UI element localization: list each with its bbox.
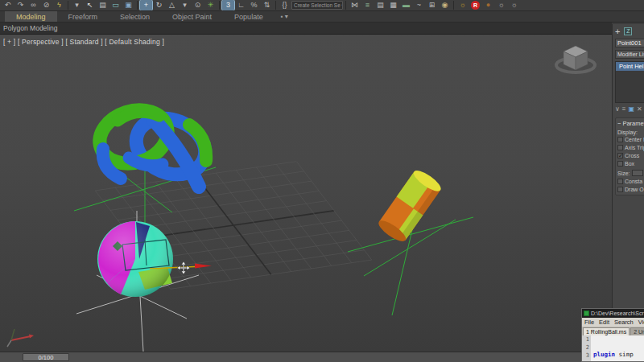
ribbon-tab-selection[interactable]: Selection <box>109 11 161 22</box>
create-tab-icon[interactable]: + <box>615 27 620 36</box>
ribbon-tab-modeling[interactable]: Modeling <box>5 11 57 22</box>
checkbox-label: Center M <box>625 137 644 142</box>
script-editor-area[interactable]: 1 2 3 plugin simp name:"R genClass <box>582 335 644 362</box>
torus-knot-object[interactable] <box>93 101 213 187</box>
align-icon[interactable]: ≡ <box>361 0 374 10</box>
toolbar-separator <box>345 1 346 10</box>
code-area[interactable]: plugin simp name:"R genClass <box>591 335 634 362</box>
edit-named-selection-sets-icon[interactable]: {} <box>279 0 291 10</box>
script-tab-active[interactable]: 1 RollingBall.ms <box>583 327 630 335</box>
ribbon-tab-populate[interactable]: Populate <box>223 11 275 22</box>
checkbox-label: Consta <box>625 179 642 184</box>
checkbox[interactable] <box>617 187 623 192</box>
bind-to-spacewarp-icon[interactable]: ϟ <box>53 0 65 10</box>
select-by-name-icon[interactable]: ▤ <box>97 0 109 10</box>
menu-view[interactable]: View <box>638 319 644 326</box>
checkbox[interactable] <box>617 145 623 150</box>
render-setup-icon[interactable]: ☼ <box>456 0 469 10</box>
remove-modifier-icon[interactable]: ✕ <box>637 105 642 113</box>
modifier-stack[interactable]: Point Hel <box>615 61 644 103</box>
checkbox[interactable] <box>617 179 623 184</box>
settings-gear-icon[interactable]: ☼ <box>495 0 507 10</box>
ribbon-overflow-dropdown[interactable]: ▪ ▾ <box>275 11 295 22</box>
checkbox-row-consta[interactable]: Consta <box>617 178 644 185</box>
settings-gear-2-icon[interactable]: ☼ <box>508 0 520 10</box>
spinner-snap-icon[interactable]: ⇅ <box>261 0 273 10</box>
viewport-scene <box>0 35 612 352</box>
viewcube[interactable] <box>551 38 601 80</box>
snap-toggle-3d-icon[interactable]: 3 <box>222 0 234 10</box>
ribbon-tab-object-paint[interactable]: Object Paint <box>161 11 223 22</box>
ribbon-tab-freeform[interactable]: Freeform <box>57 11 109 22</box>
line-number-gutter: 1 2 3 <box>582 335 591 362</box>
modifier-stack-selected-row[interactable]: Point Hel <box>616 62 644 71</box>
parameters-rollout-header[interactable]: − Parameters <box>617 120 644 127</box>
angle-snap-icon[interactable]: ∟ <box>235 0 247 10</box>
select-and-manipulate-icon[interactable]: ✳ <box>204 0 217 10</box>
selection-region-icon[interactable]: ▭ <box>109 0 122 10</box>
checkbox[interactable]: ✓ <box>617 153 623 158</box>
mirror-icon[interactable]: ⋈ <box>349 0 361 10</box>
modifier-list-dropdown[interactable]: Modifier List <box>615 50 644 59</box>
render-production-icon[interactable]: R <box>471 1 480 10</box>
menu-edit[interactable]: Edit <box>599 319 609 326</box>
select-and-rotate-icon[interactable]: ↻ <box>153 0 165 10</box>
curve-editor-icon[interactable]: ~ <box>413 0 425 10</box>
size-spinner[interactable] <box>632 170 643 176</box>
viewport-label[interactable]: [ + ] [ Perspective ] [ Standard ] [ Def… <box>3 38 164 46</box>
checkbox-row-draw-o[interactable]: Draw O <box>617 186 644 193</box>
object-name-field[interactable]: Point001 <box>615 39 644 47</box>
unlink-selection-icon[interactable]: ⊘ <box>40 0 52 10</box>
layer-explorer-icon[interactable]: ▦ <box>387 0 399 10</box>
undo-icon[interactable]: ↶ <box>2 0 14 10</box>
select-and-move-icon[interactable]: + <box>140 0 152 10</box>
checkbox-label: Box <box>625 161 634 167</box>
modify-tab-icon[interactable]: Z <box>624 27 632 35</box>
named-selection-set-dropdown[interactable]: Create Selection Se ▾ <box>291 1 343 10</box>
make-unique-icon[interactable]: ▣ <box>629 105 635 113</box>
select-link-icon[interactable]: ∞ <box>27 0 39 10</box>
checkbox[interactable] <box>617 161 623 167</box>
checkbox-row-box[interactable]: Box <box>617 160 644 167</box>
time-slider[interactable]: 0/100 <box>23 353 69 361</box>
rollout-title: Parameters <box>622 120 644 127</box>
reference-coordinate-dropdown[interactable]: ▾ <box>179 0 191 10</box>
perspective-viewport[interactable]: [ + ] [ Perspective ] [ Standard ] [ Def… <box>0 35 612 352</box>
material-editor-icon[interactable]: ◉ <box>439 0 451 10</box>
select-object-icon[interactable]: ↖ <box>84 0 96 10</box>
script-window-titlebar[interactable]: D:\Dev\Research\Scr <box>582 309 644 318</box>
track-bar[interactable]: 0/100 <box>0 352 612 362</box>
menu-search[interactable]: Search <box>614 319 634 326</box>
select-and-scale-icon[interactable]: △ <box>166 0 178 10</box>
toolbar-separator <box>137 1 138 10</box>
maxscript-editor-window[interactable]: D:\Dev\Research\Scr FileEditSearchView 1… <box>581 308 644 362</box>
checkbox-row-center-m[interactable]: Center M <box>617 136 644 143</box>
toolbar-separator <box>453 1 454 10</box>
scene-explorer-icon[interactable]: ▤ <box>374 0 386 10</box>
use-pivot-center-icon[interactable]: ⊙ <box>192 0 204 10</box>
ribbon-toggle-icon[interactable]: ▬ <box>400 0 412 10</box>
pin-stack-icon[interactable]: ∨ <box>615 105 620 113</box>
checkbox[interactable] <box>617 137 623 142</box>
code-keyword: plugin <box>593 351 615 358</box>
main-toolbar: ↶↷∞⊘ϟ▾↖▤▭▣+↻△▾⊙✳3∟%⇅{}Create Selection S… <box>0 0 644 11</box>
toolbar-separator <box>219 1 220 10</box>
schematic-view-icon[interactable]: ⊞ <box>426 0 438 10</box>
window-crossing-icon[interactable]: ▣ <box>122 0 134 10</box>
command-panel-tabs: + Z <box>615 26 644 36</box>
redo-icon[interactable]: ↷ <box>14 0 27 10</box>
script-tab-inactive[interactable]: 2 Unti <box>630 327 644 335</box>
polygon-modeling-strip[interactable]: Polygon Modeling <box>0 23 612 35</box>
menu-file[interactable]: File <box>584 319 594 326</box>
render-iterative-icon[interactable]: ● <box>482 0 494 10</box>
checkbox-row-axis-trip[interactable]: Axis Trip <box>617 144 644 151</box>
checkbox-label: Cross <box>625 153 639 158</box>
checkbox-row-cross[interactable]: ✓Cross <box>617 152 644 159</box>
rollout-expander-icon[interactable]: − <box>617 120 621 127</box>
show-end-result-icon[interactable]: ≡ <box>622 105 626 113</box>
percent-snap-icon[interactable]: % <box>248 0 260 10</box>
ribbon-tab-bar: ModelingFreeformSelectionObject PaintPop… <box>0 11 644 23</box>
selection-filter-dropdown[interactable]: ▾ <box>71 0 83 10</box>
sphere-object[interactable] <box>97 221 173 297</box>
size-label: Size: <box>617 171 630 176</box>
